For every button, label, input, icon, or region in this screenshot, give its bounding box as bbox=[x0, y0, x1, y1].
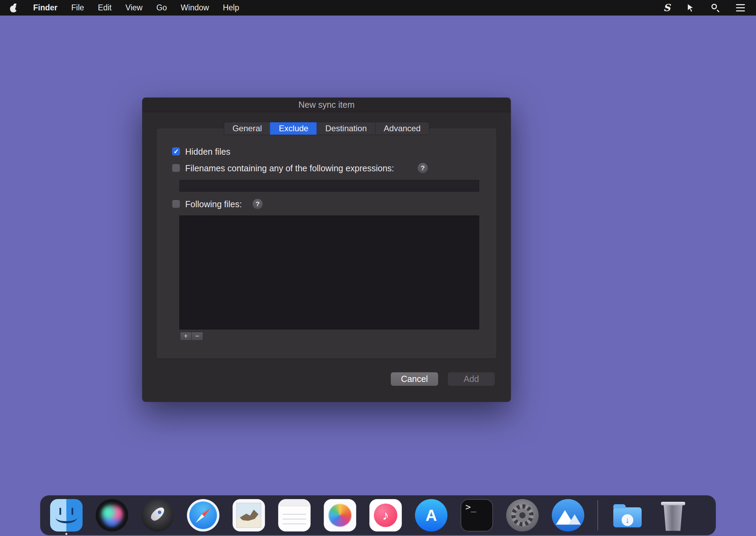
menu-item-window[interactable]: Window bbox=[181, 3, 209, 12]
list-add-remove-group: + − bbox=[180, 332, 203, 341]
list-line bbox=[736, 7, 745, 8]
safari-compass bbox=[187, 499, 219, 532]
notepad-lines bbox=[283, 510, 306, 528]
siri-orb bbox=[96, 499, 128, 532]
dock-mail-icon[interactable] bbox=[233, 499, 265, 532]
terminal-prompt-icon: >_ bbox=[465, 502, 476, 512]
hidden-files-label: Hidden files bbox=[185, 147, 230, 157]
mountain-peak-small bbox=[568, 514, 581, 525]
menu-item-help[interactable]: Help bbox=[223, 3, 239, 12]
download-arrow-icon: ↓ bbox=[622, 514, 633, 526]
rocket-shape bbox=[149, 505, 166, 523]
dock-system-preferences-icon[interactable] bbox=[506, 499, 539, 532]
dialog-title-bar[interactable]: New sync item bbox=[142, 98, 511, 112]
new-sync-item-dialog: New sync item General Exclude Destinatio… bbox=[142, 98, 511, 402]
finder-face bbox=[50, 499, 83, 532]
following-files-checkbox[interactable] bbox=[172, 200, 180, 208]
filenames-checkbox[interactable] bbox=[172, 164, 180, 172]
dock-terminal-icon[interactable]: >_ bbox=[461, 499, 493, 532]
dock-mountain-app-icon[interactable] bbox=[552, 499, 584, 532]
siri-blob bbox=[100, 504, 124, 527]
appstore-a-icon: A bbox=[415, 499, 447, 532]
music-tile: ♪ bbox=[369, 499, 402, 532]
menu-item-edit[interactable]: Edit bbox=[98, 3, 112, 12]
dock-app-store-icon[interactable]: A bbox=[415, 499, 447, 532]
menu-item-file[interactable]: File bbox=[71, 3, 84, 12]
tab-advanced[interactable]: Advanced bbox=[375, 122, 429, 135]
mail-stamp bbox=[233, 499, 265, 532]
add-button[interactable]: Add bbox=[448, 372, 495, 386]
following-help-button[interactable]: ? bbox=[252, 199, 263, 209]
dock-notes-icon[interactable] bbox=[278, 499, 311, 532]
finder-smile bbox=[56, 511, 77, 523]
menu-bar-left: Finder File Edit View Go Window Help bbox=[10, 3, 239, 12]
dock-safari-icon[interactable] bbox=[187, 499, 219, 532]
sync-app-menu-icon[interactable]: S bbox=[663, 2, 670, 13]
music-note-icon: ♪ bbox=[374, 504, 397, 527]
following-files-list[interactable] bbox=[179, 216, 479, 329]
finder-running-indicator bbox=[65, 533, 67, 535]
dock-trash-icon[interactable] bbox=[657, 499, 689, 532]
apple-bite bbox=[15, 7, 19, 11]
notepad-header bbox=[278, 499, 310, 506]
dock: ♪ A >_ ↓ bbox=[40, 495, 716, 535]
trash-bin bbox=[657, 499, 689, 532]
mountain-circle bbox=[552, 499, 584, 532]
notepad bbox=[278, 499, 311, 532]
list-line bbox=[736, 4, 745, 5]
dock-finder-icon[interactable] bbox=[50, 499, 83, 532]
apple-menu-icon[interactable] bbox=[10, 3, 17, 12]
search-handle bbox=[717, 9, 719, 12]
downloads-folder: ↓ bbox=[611, 499, 644, 532]
dock-music-icon[interactable]: ♪ bbox=[369, 499, 402, 532]
menu-bar: Finder File Edit View Go Window Help S bbox=[0, 0, 756, 16]
tab-bar: General Exclude Destination Advanced bbox=[224, 122, 429, 135]
search-icon[interactable] bbox=[711, 3, 720, 12]
pinwheel bbox=[329, 504, 351, 527]
dock-divider bbox=[597, 500, 598, 530]
remove-file-button[interactable]: − bbox=[191, 332, 203, 341]
menu-app-name[interactable]: Finder bbox=[33, 3, 57, 12]
filenames-label: Filenames containing any of the followin… bbox=[185, 163, 394, 173]
menu-item-go[interactable]: Go bbox=[156, 3, 167, 12]
dock-launchpad-icon[interactable] bbox=[141, 499, 174, 532]
launchpad-circle bbox=[141, 499, 174, 532]
gear-icon bbox=[506, 499, 539, 532]
cancel-button[interactable]: Cancel bbox=[391, 372, 438, 386]
tab-destination[interactable]: Destination bbox=[316, 122, 375, 135]
tab-exclude[interactable]: Exclude bbox=[270, 122, 316, 135]
filenames-help-button[interactable]: ? bbox=[417, 163, 428, 173]
dialog-title: New sync item bbox=[299, 100, 355, 110]
dock-downloads-folder-icon[interactable]: ↓ bbox=[611, 499, 644, 532]
tab-general[interactable]: General bbox=[224, 122, 270, 135]
dock-siri-icon[interactable] bbox=[96, 499, 128, 532]
trash-body bbox=[662, 505, 684, 531]
apple-leaf bbox=[13, 3, 16, 6]
terminal-window: >_ bbox=[461, 499, 493, 532]
trash-lid bbox=[661, 502, 685, 505]
rocket-window bbox=[157, 510, 162, 515]
list-menu-icon[interactable] bbox=[736, 4, 745, 11]
photos-tile bbox=[324, 499, 356, 532]
gear-hole bbox=[519, 512, 526, 518]
following-files-label: Following files: bbox=[185, 199, 242, 209]
menu-bar-status: S bbox=[663, 2, 745, 13]
cursor-menu-icon[interactable] bbox=[686, 3, 695, 13]
menu-item-view[interactable]: View bbox=[125, 3, 142, 12]
hidden-files-checkbox[interactable] bbox=[172, 147, 180, 155]
search-lens bbox=[711, 4, 717, 9]
expressions-input[interactable] bbox=[179, 180, 479, 192]
list-line bbox=[736, 10, 745, 11]
add-file-button[interactable]: + bbox=[180, 332, 192, 341]
dock-photos-icon[interactable] bbox=[324, 499, 356, 532]
